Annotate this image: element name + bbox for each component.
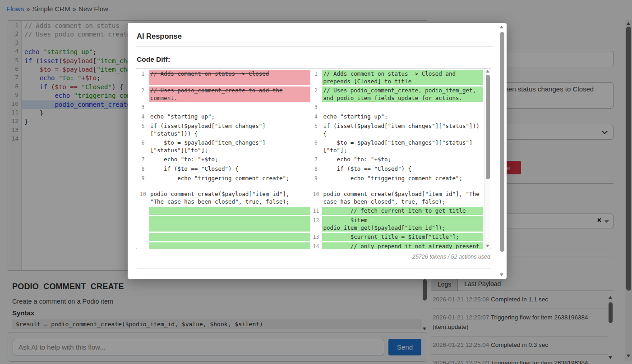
scroll-down-arrow-icon[interactable] [500,273,503,276]
diff-new-line-number: 13 [310,233,322,241]
code-diff-viewer: 1// Adds comment on status -> Closed1// … [136,68,491,249]
diff-old-line-number: 3 [137,103,149,111]
diff-new-line-number: 7 [310,155,322,164]
diff-new-line: $item = podio_item_get($payload["item_id… [322,216,484,232]
diff-new-line-number: 11 [310,207,322,215]
diff-new-line-number: 9 [310,174,322,182]
diff-old-line-number: 5 [137,122,149,137]
diff-new-line [322,184,484,189]
diff-old-line-number: 4 [137,113,149,121]
token-usage-note: 25726 tokens / 52 actions used [412,254,490,260]
scroll-up-arrow-icon[interactable] [500,26,503,28]
diff-old-line-number: 10 [137,190,149,205]
diff-new-line-number: 12 [310,216,322,232]
modal-scrollbar-thumb[interactable] [500,32,504,252]
diff-old-line [149,242,310,249]
diff-old-line-number [137,184,149,189]
diff-new-line-number: 8 [310,165,322,173]
diff-new-line-number: 3 [310,103,322,111]
diff-old-line-number [137,242,149,249]
divider [137,46,493,47]
diff-old-line [149,207,310,215]
diff-old-line: if ($to == "Closed") { [149,165,310,173]
diff-old-line-number: 9 [137,174,149,182]
diff-new-line-number: 10 [310,190,322,205]
diff-new-line-number: 5 [310,122,322,137]
diff-old-line-number [137,233,149,241]
diff-old-line-number [137,216,149,232]
diff-new-line-number: 1 [310,70,322,85]
diff-old-line-number [137,207,149,215]
modal-scrollbar[interactable] [499,25,505,277]
diff-old-line [149,184,310,189]
ai-response-modal: AI Response Code Diff: 1// Adds comment … [128,23,507,279]
code-diff-grid: 1// Adds comment on status -> Closed1// … [136,68,491,249]
diff-old-line [149,233,310,241]
divider [137,268,490,269]
diff-old-line: // Uses podio_comment_create to add the … [149,86,310,102]
diff-old-line: echo "triggering comment create"; [149,174,310,182]
diff-old-line: echo "to: "+$to; [149,155,310,164]
diff-old-line: echo "starting up"; [149,113,310,121]
diff-new-line: podio_comment_create($payload["item_id"]… [322,190,484,205]
diff-scrollbar[interactable] [484,68,491,249]
diff-new-line: // Adds comment on status -> Closed and … [322,70,484,85]
diff-old-line: podio_comment_create($payload["item_id"]… [149,190,310,205]
diff-old-line: // Adds comment on status -> Closed [149,70,310,85]
scroll-up-arrow-icon[interactable] [486,70,489,73]
diff-old-line-number: 8 [137,165,149,173]
diff-new-line-number: 4 [310,113,322,121]
modal-title: AI Response [137,32,182,41]
diff-scrollbar-thumb[interactable] [486,75,490,179]
diff-new-line: // Uses podio_comment_create, podio_item… [322,86,484,102]
diff-new-line: echo "triggering comment create"; [322,174,484,182]
diff-new-line-number [310,184,322,189]
diff-old-line [149,216,310,232]
diff-old-line: $to = $payload["item_changes"] ["status"… [149,139,310,154]
diff-new-line: echo "starting up"; [322,113,484,121]
diff-old-line [149,103,310,111]
code-diff-heading: Code Diff: [137,55,170,64]
scroll-down-arrow-icon[interactable] [486,245,489,247]
diff-old-line-number: 7 [137,155,149,164]
diff-old-line-number: 6 [137,139,149,154]
diff-old-line: if (isset($payload["item_changes"] ["sta… [149,122,310,137]
diff-new-line: $to = $payload["item_changes"]["status"]… [322,139,484,154]
diff-new-line: echo "to: "+$to; [322,155,484,164]
diff-new-line: if ($to == "Closed") { [322,165,484,173]
diff-new-line: if (isset($payload["item_changes"]["stat… [322,122,484,137]
diff-new-line [322,103,484,111]
diff-new-line: // fetch current item to get title [322,207,484,215]
diff-old-line-number: 1 [137,70,149,85]
diff-new-line-number: 2 [310,86,322,102]
diff-new-line-number: 14 [310,242,322,249]
diff-new-line: // only prepend if not already present [322,242,484,249]
diff-new-line-number: 6 [310,139,322,154]
diff-new-line: $current_title = $item["title"]; [322,233,484,241]
diff-old-line-number: 2 [137,86,149,102]
